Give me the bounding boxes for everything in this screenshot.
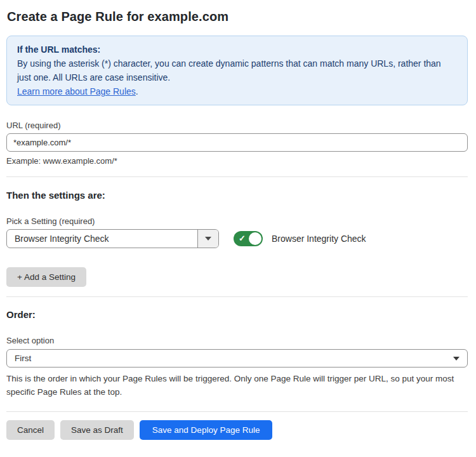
setting-dropdown[interactable]: Browser Integrity Check <box>6 229 219 248</box>
url-match-info-box: If the URL matches: By using the asteris… <box>6 36 468 105</box>
order-section-heading: Order: <box>6 309 468 321</box>
url-input[interactable] <box>6 133 468 152</box>
setting-row: Browser Integrity Check ✓ Browser Integr… <box>6 229 468 248</box>
info-box-body: By using the asterisk (*) character, you… <box>17 56 457 84</box>
cancel-button[interactable]: Cancel <box>6 420 55 440</box>
toggle-knob <box>249 232 261 245</box>
divider <box>6 296 468 297</box>
info-box-link-line: Learn more about Page Rules. <box>17 84 457 98</box>
check-icon: ✓ <box>239 233 246 244</box>
url-example-helper: Example: www.example.com/* <box>6 156 468 166</box>
divider <box>6 176 468 177</box>
url-field-label: URL (required) <box>6 121 468 130</box>
learn-more-link[interactable]: Learn more about Page Rules <box>17 86 136 96</box>
setting-dropdown-value: Browser Integrity Check <box>7 230 197 248</box>
toggle-label: Browser Integrity Check <box>272 234 366 244</box>
select-option-label: Select option <box>6 336 468 345</box>
order-select-value: First <box>15 354 31 363</box>
info-box-heading: If the URL matches: <box>17 43 457 56</box>
toggle-group: ✓ Browser Integrity Check <box>234 231 366 246</box>
settings-section-heading: Then the settings are: <box>6 190 468 201</box>
page-rule-form: Create a Page Rule for example.com If th… <box>0 0 476 440</box>
browser-integrity-toggle[interactable]: ✓ <box>234 231 263 246</box>
chevron-down-icon <box>205 237 211 241</box>
order-select[interactable]: First <box>6 349 468 368</box>
footer-actions: Cancel Save as Draft Save and Deploy Pag… <box>6 420 468 440</box>
order-helper-text: This is the order in which your Page Rul… <box>6 372 468 399</box>
divider <box>6 411 468 412</box>
save-as-draft-button[interactable]: Save as Draft <box>60 420 134 440</box>
page-title: Create a Page Rule for example.com <box>7 9 468 24</box>
setting-dropdown-arrow-button[interactable] <box>197 230 218 248</box>
chevron-down-icon <box>453 357 459 361</box>
pick-setting-label: Pick a Setting (required) <box>6 216 468 226</box>
link-suffix: . <box>136 86 138 96</box>
add-setting-button[interactable]: + Add a Setting <box>6 267 86 287</box>
save-and-deploy-button[interactable]: Save and Deploy Page Rule <box>140 420 273 440</box>
